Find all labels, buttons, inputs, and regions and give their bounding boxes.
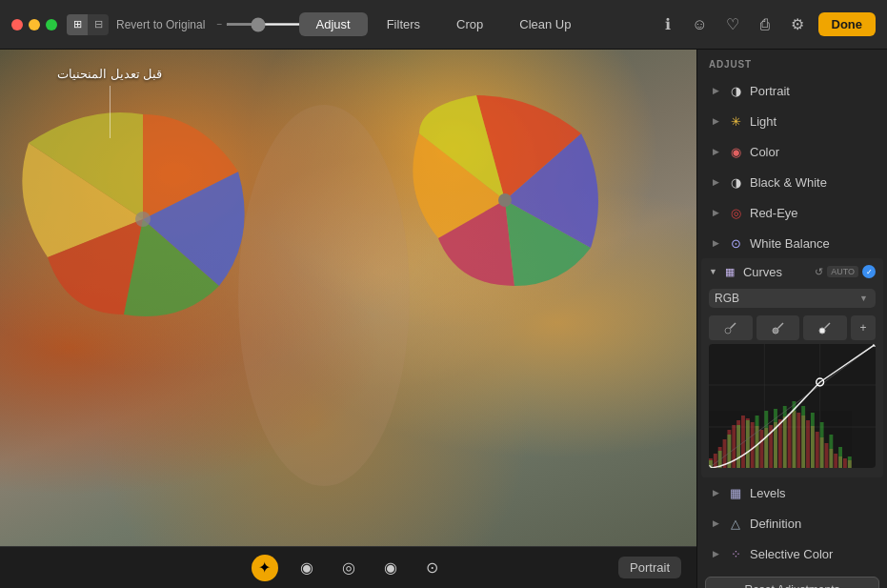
titlebar: ⊞ ⊟ Revert to Original − + Adjust Filter… [0, 0, 887, 50]
done-button[interactable]: Done [818, 12, 877, 36]
svg-rect-22 [751, 422, 755, 468]
chevron-redeye-icon: ▶ [713, 208, 722, 217]
maximize-button[interactable] [46, 19, 57, 30]
curves-actions: ↺ AUTO ✓ [815, 265, 876, 278]
levels-icon: ▦ [727, 484, 744, 501]
curves-graph[interactable] [709, 344, 876, 468]
curves-reset-icon[interactable]: ↺ [815, 266, 823, 278]
single-view-btn[interactable]: ⊞ [67, 14, 88, 35]
view-toggle: ⊞ ⊟ [67, 14, 109, 35]
chevron-portrait-icon: ▶ [713, 86, 722, 95]
eyedropper-black-btn[interactable] [709, 315, 753, 340]
add-point-btn[interactable]: + [851, 315, 876, 340]
portrait-label: Portrait [750, 84, 872, 98]
info-button[interactable]: ℹ [656, 13, 679, 36]
tab-adjust[interactable]: Adjust [299, 12, 368, 36]
adjust-item-color[interactable]: ▶ ◉ Color [701, 137, 883, 166]
svg-rect-34 [806, 420, 810, 468]
color-label: Color [750, 145, 872, 159]
adjust-item-levels[interactable]: ▶ ▦ Levels [701, 478, 883, 507]
panel-section-title: ADJUST [697, 50, 887, 75]
selective-color-icon: ⁘ [727, 545, 744, 562]
adjust-item-definition[interactable]: ▶ △ Definition [701, 509, 883, 537]
share-button[interactable]: ⎙ [754, 13, 776, 36]
bw-icon: ◑ [727, 173, 744, 191]
revert-button[interactable]: Revert to Original [116, 18, 205, 31]
tab-crop[interactable]: Crop [439, 12, 500, 36]
auto-badge[interactable]: AUTO [827, 266, 858, 277]
svg-point-1 [498, 193, 512, 207]
svg-line-4 [730, 323, 736, 329]
chevron-definition-icon: ▶ [713, 518, 722, 528]
chevron-selective-color-icon: ▶ [713, 549, 722, 558]
curves-header[interactable]: ▼ ▦ Curves ↺ AUTO ✓ [709, 264, 876, 279]
nav-tabs: Adjust Filters Crop Clean Up [299, 12, 589, 36]
right-panel: ADJUST ▶ ◑ Portrait ▶ ✳︎ Light ▶ ◉ Color… [696, 50, 887, 588]
curves-icon: ▦ [722, 264, 737, 279]
tab-filters[interactable]: Filters [370, 12, 437, 36]
zoom-slider-input[interactable] [226, 23, 302, 26]
eyedropper-tools: + [709, 315, 876, 340]
wb-label: White Balance [750, 236, 872, 251]
adjust-item-light[interactable]: ▶ ✳︎ Light [701, 107, 883, 135]
circle-icon-3[interactable]: ◉ [377, 555, 404, 581]
eyedropper-gray-btn[interactable] [756, 315, 800, 340]
svg-rect-49 [756, 416, 759, 468]
eyedropper-white-btn[interactable] [803, 315, 847, 340]
svg-rect-58 [838, 447, 842, 468]
redeye-icon: ◎ [727, 204, 744, 221]
curves-active-dot: ✓ [862, 265, 876, 278]
svg-rect-24 [759, 430, 763, 468]
reset-adjustments-button[interactable]: Reset Adjustments [705, 577, 879, 588]
chevron-color-icon: ▶ [713, 147, 722, 156]
svg-rect-55 [811, 413, 815, 468]
circle-icon-1[interactable]: ◉ [293, 555, 320, 581]
svg-rect-50 [764, 411, 768, 468]
adjust-item-bw[interactable]: ▶ ◑ Black & White [701, 168, 883, 196]
chevron-bw-icon: ▶ [713, 177, 722, 187]
image-area: قبل تعديل المنحنيات ✦ ◉ ◎ ◉ ⊙ Portrait [0, 50, 696, 588]
svg-rect-48 [746, 420, 750, 468]
wb-icon: ⊙ [727, 234, 744, 252]
tools-button[interactable]: ⚙ [786, 13, 809, 36]
compare-view-btn[interactable]: ⊟ [88, 14, 109, 35]
main-content: قبل تعديل المنحنيات ✦ ◉ ◎ ◉ ⊙ Portrait A… [0, 50, 887, 588]
svg-rect-30 [788, 414, 792, 468]
rgb-select[interactable]: RGB Red Green Blue [709, 289, 876, 308]
fan-illustration [0, 50, 696, 546]
tab-cleanup[interactable]: Clean Up [502, 12, 588, 36]
adjust-item-wb[interactable]: ▶ ⊙ White Balance [701, 229, 883, 257]
light-icon: ✳︎ [727, 112, 744, 130]
star-icon[interactable]: ✦ [252, 555, 278, 581]
annotation-text: قبل تعديل المنحنيات [57, 67, 162, 81]
svg-rect-54 [801, 406, 805, 468]
close-button[interactable] [11, 19, 23, 30]
curves-panel: ▼ ▦ Curves ↺ AUTO ✓ RGB Red Green Blue ▼ [701, 258, 883, 477]
svg-point-2 [238, 105, 410, 486]
definition-icon: △ [727, 515, 744, 532]
adjust-item-selective-color[interactable]: ▶ ⁘ Selective Color [701, 539, 883, 568]
definition-label: Definition [750, 517, 872, 531]
svg-point-0 [135, 212, 151, 227]
svg-rect-42 [843, 458, 847, 468]
circle-icon-4[interactable]: ⊙ [419, 555, 446, 581]
minimize-button[interactable] [29, 19, 40, 30]
adjust-item-portrait[interactable]: ▶ ◑ Portrait [701, 76, 883, 105]
svg-rect-28 [778, 419, 782, 468]
svg-rect-57 [829, 435, 833, 468]
emoji-button[interactable]: ☺ [689, 13, 712, 36]
chevron-curves-icon: ▼ [709, 267, 717, 276]
portrait-bottom-button[interactable]: Portrait [618, 557, 681, 578]
circle-icon-2[interactable]: ◎ [335, 555, 362, 581]
favorite-button[interactable]: ♡ [721, 13, 744, 36]
svg-point-7 [819, 328, 825, 334]
annotation-tooltip: قبل تعديل المنحنيات [57, 67, 162, 81]
light-label: Light [750, 114, 872, 129]
traffic-lights [11, 19, 57, 30]
bottom-toolbar: ✦ ◉ ◎ ◉ ⊙ Portrait [0, 546, 696, 588]
titlebar-right: ℹ ☺ ♡ ⎙ ⚙ Done [656, 12, 877, 36]
adjust-item-redeye[interactable]: ▶ ◎ Red-Eye [701, 198, 883, 227]
svg-rect-52 [783, 406, 787, 468]
chevron-light-icon: ▶ [713, 116, 722, 126]
svg-rect-40 [834, 454, 837, 468]
